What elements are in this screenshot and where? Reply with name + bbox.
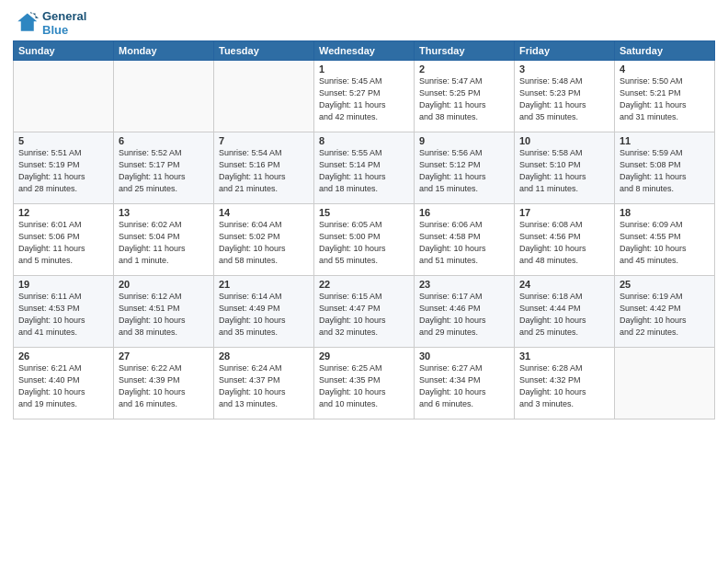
weekday-header-row: SundayMondayTuesdayWednesdayThursdayFrid…: [14, 41, 715, 61]
day-number: 25: [620, 279, 710, 290]
day-number: 9: [419, 135, 509, 146]
day-cell-15: 15Sunrise: 6:05 AM Sunset: 5:00 PM Dayli…: [314, 204, 415, 276]
day-cell-14: 14Sunrise: 6:04 AM Sunset: 5:02 PM Dayli…: [214, 204, 314, 276]
day-number: 30: [419, 350, 509, 362]
day-number: 23: [419, 279, 509, 290]
day-info: Sunrise: 5:51 AM Sunset: 5:19 PM Dayligh…: [18, 147, 108, 195]
day-cell-7: 7Sunrise: 5:54 AM Sunset: 5:16 PM Daylig…: [214, 132, 314, 204]
day-cell-21: 21Sunrise: 6:14 AM Sunset: 4:49 PM Dayli…: [214, 276, 314, 348]
day-info: Sunrise: 5:48 AM Sunset: 5:23 PM Dayligh…: [519, 75, 609, 123]
day-cell-8: 8Sunrise: 5:55 AM Sunset: 5:14 PM Daylig…: [314, 132, 415, 204]
logo: General Blue: [13, 9, 86, 37]
day-number: 4: [620, 63, 710, 75]
day-cell-20: 20Sunrise: 6:12 AM Sunset: 4:51 PM Dayli…: [114, 276, 214, 348]
day-info: Sunrise: 6:12 AM Sunset: 4:51 PM Dayligh…: [119, 291, 209, 339]
week-row-3: 12Sunrise: 6:01 AM Sunset: 5:06 PM Dayli…: [14, 204, 715, 276]
day-cell-27: 27Sunrise: 6:22 AM Sunset: 4:39 PM Dayli…: [114, 348, 214, 419]
day-info: Sunrise: 6:09 AM Sunset: 4:55 PM Dayligh…: [620, 219, 710, 267]
week-row-4: 19Sunrise: 6:11 AM Sunset: 4:53 PM Dayli…: [14, 276, 715, 348]
day-cell-17: 17Sunrise: 6:08 AM Sunset: 4:56 PM Dayli…: [515, 204, 615, 276]
day-cell-31: 31Sunrise: 6:28 AM Sunset: 4:32 PM Dayli…: [515, 348, 615, 419]
day-cell-22: 22Sunrise: 6:15 AM Sunset: 4:47 PM Dayli…: [314, 276, 415, 348]
day-number: 19: [18, 279, 108, 290]
logo-text: General Blue: [42, 9, 86, 37]
day-info: Sunrise: 5:47 AM Sunset: 5:25 PM Dayligh…: [419, 75, 509, 123]
day-info: Sunrise: 5:52 AM Sunset: 5:17 PM Dayligh…: [119, 147, 209, 195]
day-cell-6: 6Sunrise: 5:52 AM Sunset: 5:17 PM Daylig…: [114, 132, 214, 204]
day-info: Sunrise: 6:02 AM Sunset: 5:04 PM Dayligh…: [119, 219, 209, 267]
week-row-2: 5Sunrise: 5:51 AM Sunset: 5:19 PM Daylig…: [14, 132, 715, 204]
day-number: 29: [319, 350, 409, 362]
logo-icon: [13, 10, 39, 36]
day-cell-24: 24Sunrise: 6:18 AM Sunset: 4:44 PM Dayli…: [515, 276, 615, 348]
day-cell-19: 19Sunrise: 6:11 AM Sunset: 4:53 PM Dayli…: [14, 276, 114, 348]
day-info: Sunrise: 5:58 AM Sunset: 5:10 PM Dayligh…: [519, 147, 609, 195]
day-info: Sunrise: 6:17 AM Sunset: 4:46 PM Dayligh…: [419, 291, 509, 339]
day-number: 3: [519, 63, 609, 75]
day-info: Sunrise: 6:27 AM Sunset: 4:34 PM Dayligh…: [419, 362, 509, 410]
day-info: Sunrise: 5:50 AM Sunset: 5:21 PM Dayligh…: [620, 75, 710, 123]
day-info: Sunrise: 5:54 AM Sunset: 5:16 PM Dayligh…: [219, 147, 309, 195]
day-cell-30: 30Sunrise: 6:27 AM Sunset: 4:34 PM Dayli…: [415, 348, 515, 419]
day-number: 18: [620, 207, 710, 218]
week-row-1: 1Sunrise: 5:45 AM Sunset: 5:27 PM Daylig…: [14, 61, 715, 132]
day-number: 28: [219, 350, 309, 362]
header: General Blue: [13, 9, 715, 37]
svg-marker-0: [17, 14, 37, 31]
day-info: Sunrise: 6:06 AM Sunset: 4:58 PM Dayligh…: [419, 219, 509, 267]
day-number: 12: [18, 207, 108, 218]
day-info: Sunrise: 6:01 AM Sunset: 5:06 PM Dayligh…: [18, 219, 108, 267]
day-number: 16: [419, 207, 509, 218]
day-cell-29: 29Sunrise: 6:25 AM Sunset: 4:35 PM Dayli…: [314, 348, 415, 419]
day-info: Sunrise: 6:05 AM Sunset: 5:00 PM Dayligh…: [319, 219, 409, 267]
day-number: 13: [119, 207, 209, 218]
weekday-header-friday: Friday: [515, 41, 615, 61]
day-number: 26: [18, 350, 108, 362]
day-number: 22: [319, 279, 409, 290]
day-info: Sunrise: 6:25 AM Sunset: 4:35 PM Dayligh…: [319, 362, 409, 410]
day-info: Sunrise: 6:22 AM Sunset: 4:39 PM Dayligh…: [119, 362, 209, 410]
weekday-header-thursday: Thursday: [415, 41, 515, 61]
day-number: 31: [519, 350, 609, 362]
day-info: Sunrise: 6:04 AM Sunset: 5:02 PM Dayligh…: [219, 219, 309, 267]
day-number: 8: [319, 135, 409, 146]
empty-cell: [14, 61, 114, 132]
day-number: 2: [419, 63, 509, 75]
day-number: 17: [519, 207, 609, 218]
day-number: 15: [319, 207, 409, 218]
day-cell-11: 11Sunrise: 5:59 AM Sunset: 5:08 PM Dayli…: [615, 132, 715, 204]
day-info: Sunrise: 5:45 AM Sunset: 5:27 PM Dayligh…: [319, 75, 409, 123]
page-container: General Blue SundayMondayTuesdayWednesda…: [0, 0, 728, 427]
day-cell-10: 10Sunrise: 5:58 AM Sunset: 5:10 PM Dayli…: [515, 132, 615, 204]
day-info: Sunrise: 6:08 AM Sunset: 4:56 PM Dayligh…: [519, 219, 609, 267]
weekday-header-monday: Monday: [114, 41, 214, 61]
day-number: 14: [219, 207, 309, 218]
day-number: 5: [18, 135, 108, 146]
day-number: 6: [119, 135, 209, 146]
day-cell-1: 1Sunrise: 5:45 AM Sunset: 5:27 PM Daylig…: [314, 61, 415, 132]
day-info: Sunrise: 6:19 AM Sunset: 4:42 PM Dayligh…: [620, 291, 710, 339]
empty-cell: [214, 61, 314, 132]
day-cell-26: 26Sunrise: 6:21 AM Sunset: 4:40 PM Dayli…: [14, 348, 114, 419]
week-row-5: 26Sunrise: 6:21 AM Sunset: 4:40 PM Dayli…: [14, 348, 715, 419]
day-cell-13: 13Sunrise: 6:02 AM Sunset: 5:04 PM Dayli…: [114, 204, 214, 276]
day-cell-12: 12Sunrise: 6:01 AM Sunset: 5:06 PM Dayli…: [14, 204, 114, 276]
day-cell-9: 9Sunrise: 5:56 AM Sunset: 5:12 PM Daylig…: [415, 132, 515, 204]
weekday-header-tuesday: Tuesday: [214, 41, 314, 61]
weekday-header-wednesday: Wednesday: [314, 41, 415, 61]
day-number: 20: [119, 279, 209, 290]
weekday-header-sunday: Sunday: [14, 41, 114, 61]
day-number: 21: [219, 279, 309, 290]
empty-cell: [615, 348, 715, 419]
day-cell-18: 18Sunrise: 6:09 AM Sunset: 4:55 PM Dayli…: [615, 204, 715, 276]
day-cell-2: 2Sunrise: 5:47 AM Sunset: 5:25 PM Daylig…: [415, 61, 515, 132]
day-number: 24: [519, 279, 609, 290]
day-cell-28: 28Sunrise: 6:24 AM Sunset: 4:37 PM Dayli…: [214, 348, 314, 419]
day-info: Sunrise: 6:24 AM Sunset: 4:37 PM Dayligh…: [219, 362, 309, 410]
day-cell-4: 4Sunrise: 5:50 AM Sunset: 5:21 PM Daylig…: [615, 61, 715, 132]
day-info: Sunrise: 6:28 AM Sunset: 4:32 PM Dayligh…: [519, 362, 609, 410]
day-info: Sunrise: 5:56 AM Sunset: 5:12 PM Dayligh…: [419, 147, 509, 195]
day-number: 1: [319, 63, 409, 75]
day-cell-16: 16Sunrise: 6:06 AM Sunset: 4:58 PM Dayli…: [415, 204, 515, 276]
day-info: Sunrise: 5:59 AM Sunset: 5:08 PM Dayligh…: [620, 147, 710, 195]
